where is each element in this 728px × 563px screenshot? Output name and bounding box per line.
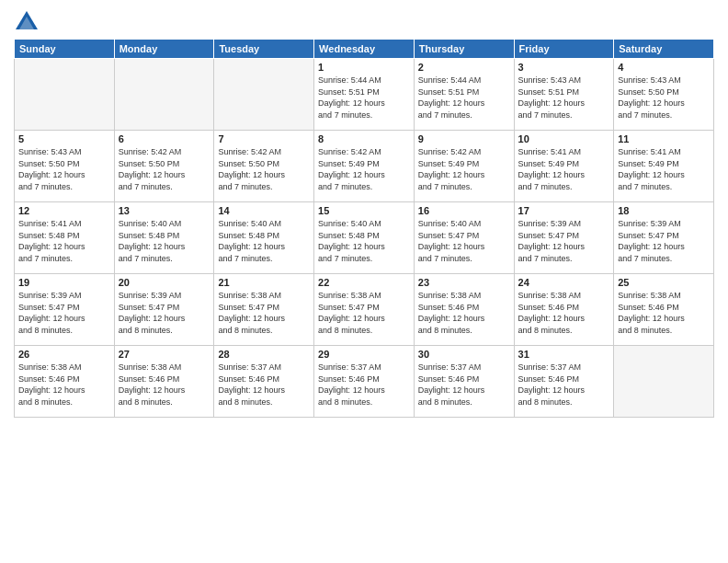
logo-icon <box>14 9 40 35</box>
day-number: 23 <box>418 277 510 288</box>
day-number: 6 <box>119 133 210 144</box>
calendar-header-saturday: Saturday <box>614 40 714 59</box>
calendar-cell: 31Sunrise: 5:37 AM Sunset: 5:46 PM Dayli… <box>514 346 614 418</box>
calendar-cell <box>214 59 314 131</box>
calendar-cell: 10Sunrise: 5:41 AM Sunset: 5:49 PM Dayli… <box>514 131 614 202</box>
day-number: 8 <box>318 133 410 144</box>
day-number: 15 <box>318 205 410 216</box>
calendar-cell: 8Sunrise: 5:42 AM Sunset: 5:49 PM Daylig… <box>314 131 415 202</box>
day-info: Sunrise: 5:37 AM Sunset: 5:46 PM Dayligh… <box>518 362 610 408</box>
calendar-cell: 21Sunrise: 5:38 AM Sunset: 5:47 PM Dayli… <box>214 274 314 346</box>
calendar-cell <box>614 346 714 418</box>
calendar-table: SundayMondayTuesdayWednesdayThursdayFrid… <box>14 39 714 418</box>
calendar-cell: 25Sunrise: 5:38 AM Sunset: 5:46 PM Dayli… <box>614 274 714 346</box>
day-info: Sunrise: 5:42 AM Sunset: 5:50 PM Dayligh… <box>119 146 210 192</box>
day-number: 7 <box>218 133 310 144</box>
calendar-header-thursday: Thursday <box>414 40 514 59</box>
day-info: Sunrise: 5:39 AM Sunset: 5:47 PM Dayligh… <box>618 218 710 264</box>
day-info: Sunrise: 5:38 AM Sunset: 5:46 PM Dayligh… <box>618 290 710 336</box>
day-info: Sunrise: 5:43 AM Sunset: 5:51 PM Dayligh… <box>518 75 610 121</box>
day-info: Sunrise: 5:38 AM Sunset: 5:46 PM Dayligh… <box>18 362 110 408</box>
day-number: 28 <box>218 349 310 360</box>
day-number: 31 <box>518 349 610 360</box>
day-info: Sunrise: 5:44 AM Sunset: 5:51 PM Dayligh… <box>318 75 410 121</box>
day-info: Sunrise: 5:42 AM Sunset: 5:49 PM Dayligh… <box>418 146 510 192</box>
calendar-cell: 22Sunrise: 5:38 AM Sunset: 5:47 PM Dayli… <box>314 274 415 346</box>
day-info: Sunrise: 5:40 AM Sunset: 5:47 PM Dayligh… <box>418 218 510 264</box>
calendar-cell: 27Sunrise: 5:38 AM Sunset: 5:46 PM Dayli… <box>114 346 214 418</box>
calendar-cell: 1Sunrise: 5:44 AM Sunset: 5:51 PM Daylig… <box>314 59 415 131</box>
calendar-cell: 14Sunrise: 5:40 AM Sunset: 5:48 PM Dayli… <box>214 202 314 274</box>
calendar-cell: 3Sunrise: 5:43 AM Sunset: 5:51 PM Daylig… <box>514 59 614 131</box>
calendar-header-sunday: Sunday <box>15 40 115 59</box>
day-info: Sunrise: 5:40 AM Sunset: 5:48 PM Dayligh… <box>218 218 310 264</box>
calendar-week-row: 26Sunrise: 5:38 AM Sunset: 5:46 PM Dayli… <box>15 346 714 418</box>
day-number: 14 <box>218 205 310 216</box>
calendar-cell: 24Sunrise: 5:38 AM Sunset: 5:46 PM Dayli… <box>514 274 614 346</box>
calendar-cell: 29Sunrise: 5:37 AM Sunset: 5:46 PM Dayli… <box>314 346 415 418</box>
day-number: 12 <box>18 205 110 216</box>
day-number: 13 <box>119 205 210 216</box>
day-number: 20 <box>119 277 210 288</box>
calendar-cell <box>114 59 214 131</box>
day-number: 30 <box>418 349 510 360</box>
calendar-cell: 17Sunrise: 5:39 AM Sunset: 5:47 PM Dayli… <box>514 202 614 274</box>
calendar-cell: 9Sunrise: 5:42 AM Sunset: 5:49 PM Daylig… <box>414 131 514 202</box>
day-number: 10 <box>518 133 610 144</box>
day-info: Sunrise: 5:37 AM Sunset: 5:46 PM Dayligh… <box>218 362 310 408</box>
calendar-cell: 5Sunrise: 5:43 AM Sunset: 5:50 PM Daylig… <box>15 131 115 202</box>
day-info: Sunrise: 5:41 AM Sunset: 5:49 PM Dayligh… <box>518 146 610 192</box>
calendar-cell: 2Sunrise: 5:44 AM Sunset: 5:51 PM Daylig… <box>414 59 514 131</box>
day-number: 5 <box>18 133 110 144</box>
calendar-week-row: 1Sunrise: 5:44 AM Sunset: 5:51 PM Daylig… <box>15 59 714 131</box>
day-info: Sunrise: 5:43 AM Sunset: 5:50 PM Dayligh… <box>618 75 710 121</box>
day-number: 3 <box>518 62 610 73</box>
day-number: 21 <box>218 277 310 288</box>
day-info: Sunrise: 5:43 AM Sunset: 5:50 PM Dayligh… <box>18 146 110 192</box>
calendar-cell: 4Sunrise: 5:43 AM Sunset: 5:50 PM Daylig… <box>614 59 714 131</box>
calendar-cell: 26Sunrise: 5:38 AM Sunset: 5:46 PM Dayli… <box>15 346 115 418</box>
day-info: Sunrise: 5:40 AM Sunset: 5:48 PM Dayligh… <box>119 218 210 264</box>
day-info: Sunrise: 5:38 AM Sunset: 5:46 PM Dayligh… <box>418 290 510 336</box>
page: SundayMondayTuesdayWednesdayThursdayFrid… <box>0 0 728 563</box>
day-number: 1 <box>318 62 410 73</box>
calendar-week-row: 12Sunrise: 5:41 AM Sunset: 5:48 PM Dayli… <box>15 202 714 274</box>
day-info: Sunrise: 5:38 AM Sunset: 5:47 PM Dayligh… <box>218 290 310 336</box>
day-number: 4 <box>618 62 710 73</box>
logo <box>14 9 43 35</box>
day-number: 18 <box>618 205 710 216</box>
day-info: Sunrise: 5:39 AM Sunset: 5:47 PM Dayligh… <box>119 290 210 336</box>
calendar-cell: 23Sunrise: 5:38 AM Sunset: 5:46 PM Dayli… <box>414 274 514 346</box>
day-number: 19 <box>18 277 110 288</box>
calendar-header-friday: Friday <box>514 40 614 59</box>
day-info: Sunrise: 5:40 AM Sunset: 5:48 PM Dayligh… <box>318 218 410 264</box>
day-number: 24 <box>518 277 610 288</box>
calendar-header-tuesday: Tuesday <box>214 40 314 59</box>
day-info: Sunrise: 5:37 AM Sunset: 5:46 PM Dayligh… <box>418 362 510 408</box>
day-number: 29 <box>318 349 410 360</box>
header <box>14 9 714 35</box>
day-number: 26 <box>18 349 110 360</box>
day-info: Sunrise: 5:42 AM Sunset: 5:49 PM Dayligh… <box>318 146 410 192</box>
day-number: 22 <box>318 277 410 288</box>
day-number: 11 <box>618 133 710 144</box>
day-number: 17 <box>518 205 610 216</box>
day-info: Sunrise: 5:39 AM Sunset: 5:47 PM Dayligh… <box>18 290 110 336</box>
calendar-cell: 7Sunrise: 5:42 AM Sunset: 5:50 PM Daylig… <box>214 131 314 202</box>
calendar-cell: 16Sunrise: 5:40 AM Sunset: 5:47 PM Dayli… <box>414 202 514 274</box>
day-info: Sunrise: 5:37 AM Sunset: 5:46 PM Dayligh… <box>318 362 410 408</box>
calendar-cell: 12Sunrise: 5:41 AM Sunset: 5:48 PM Dayli… <box>15 202 115 274</box>
day-number: 27 <box>119 349 210 360</box>
calendar-header-row: SundayMondayTuesdayWednesdayThursdayFrid… <box>15 40 714 59</box>
day-info: Sunrise: 5:38 AM Sunset: 5:46 PM Dayligh… <box>119 362 210 408</box>
day-number: 25 <box>618 277 710 288</box>
calendar-cell: 13Sunrise: 5:40 AM Sunset: 5:48 PM Dayli… <box>114 202 214 274</box>
day-info: Sunrise: 5:38 AM Sunset: 5:46 PM Dayligh… <box>518 290 610 336</box>
day-number: 9 <box>418 133 510 144</box>
calendar-cell: 28Sunrise: 5:37 AM Sunset: 5:46 PM Dayli… <box>214 346 314 418</box>
day-number: 2 <box>418 62 510 73</box>
calendar-cell: 30Sunrise: 5:37 AM Sunset: 5:46 PM Dayli… <box>414 346 514 418</box>
calendar-cell: 15Sunrise: 5:40 AM Sunset: 5:48 PM Dayli… <box>314 202 415 274</box>
day-number: 16 <box>418 205 510 216</box>
calendar-cell: 19Sunrise: 5:39 AM Sunset: 5:47 PM Dayli… <box>15 274 115 346</box>
